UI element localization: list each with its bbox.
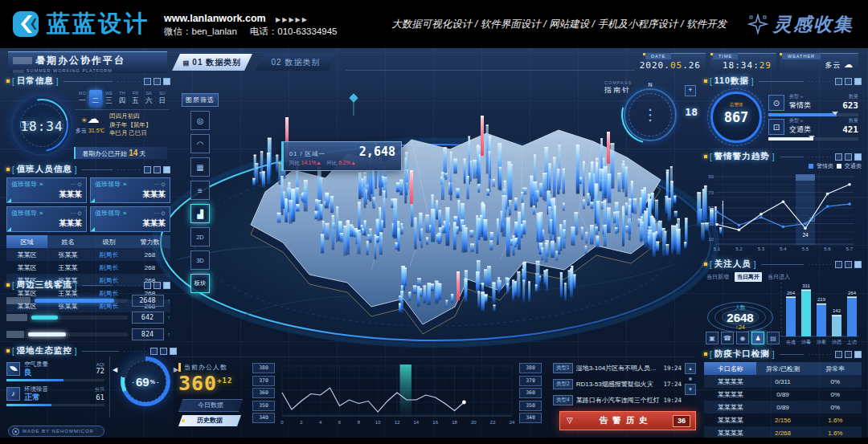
radar-tool[interactable]: ◠ <box>190 134 210 153</box>
window-icon[interactable] <box>845 351 852 358</box>
window-icon[interactable] <box>845 261 852 268</box>
block-tool[interactable]: 板块 <box>190 274 210 293</box>
total-alarm-gauge: 总警情 867 <box>710 92 762 143</box>
alert-item[interactable]: 类型4某路口有小汽车连闯三个红灯19:24 <box>553 393 682 407</box>
expand-icon[interactable] <box>854 153 862 161</box>
minimize-icon[interactable] <box>835 153 842 161</box>
minimize-icon[interactable] <box>144 166 151 173</box>
zoom-in-button[interactable]: + <box>685 85 696 96</box>
expand-icon[interactable] <box>163 282 170 289</box>
checkpoint-row[interactable]: 某某某某2/1561.6% <box>704 413 862 426</box>
minimize-icon[interactable] <box>150 348 158 355</box>
expand-icon[interactable] <box>170 348 177 355</box>
table-header[interactable]: 区域 <box>6 235 47 248</box>
svg-text:24: 24 <box>802 232 809 238</box>
lunar-line: 辛巳月 己巳日 <box>109 129 152 138</box>
alert-item[interactable]: 类型1湿地3-104片区有不明人员闯入19:24 <box>553 361 682 375</box>
today-data-button[interactable]: 今日数据 <box>178 399 243 412</box>
table-header[interactable]: 异常/已检测 <box>756 362 809 375</box>
compass-dial[interactable]: N ▴●▾ <box>624 88 677 141</box>
duty-leader-card[interactable]: 值班领导»⋯ ⊙某某某 <box>6 206 87 232</box>
meridiem-chip: PM <box>20 121 31 128</box>
table-header[interactable]: 异常率 <box>809 362 862 375</box>
alert-item[interactable]: 类型2RD13-53烟感报警疑似火灾17:24 <box>553 377 682 391</box>
table-header[interactable]: 警力数 <box>129 235 170 248</box>
table-row[interactable]: 某某区王某某副局长268 <box>6 261 170 274</box>
minimize-icon[interactable] <box>144 78 151 85</box>
panel-title: 防疫卡口检测 <box>714 348 770 360</box>
made-by-capsule: MADE BY NEHOMMICOR <box>8 426 104 437</box>
window-icon[interactable] <box>845 153 852 161</box>
table-header[interactable]: 卡口名称 <box>704 362 756 375</box>
focus-tab[interactable]: 当日新增 <box>704 272 731 282</box>
tab-data-category-1[interactable]: ▤01 数据类别 <box>172 54 252 71</box>
list-tool[interactable]: ≡ <box>190 181 210 200</box>
map-tooltip: 01 / 区域一 2,648 同比 14.1%▲ 环比 6.2%▲ <box>281 141 402 171</box>
svg-text:311: 311 <box>802 283 810 288</box>
table-header[interactable]: 姓名 <box>47 235 88 248</box>
bar-chart-tool[interactable]: ▟ <box>190 204 210 223</box>
checkpoint-row[interactable]: 某某某某2/2681.6% <box>704 426 862 438</box>
expand-icon[interactable] <box>854 261 862 268</box>
duty-leader-card[interactable]: 值班领导»⋯ ⊙某某某 <box>90 177 170 203</box>
history-data-button[interactable]: 历史数据 <box>178 415 241 426</box>
week-day[interactable]: SU日 <box>155 90 169 107</box>
table-row[interactable]: 某某区张某某副局长268 <box>6 248 170 261</box>
window-icon[interactable] <box>154 78 161 85</box>
website-link[interactable]: www.lanlanwork.com <box>164 13 266 24</box>
svg-text:5.5: 5.5 <box>802 246 809 251</box>
camera-icon[interactable]: ▣ <box>706 332 719 344</box>
expand-icon[interactable] <box>854 78 862 85</box>
alert-history-button[interactable]: ▽! 告警历史 36 <box>559 411 696 430</box>
gauge-left-arrow[interactable]: ◀ <box>113 366 117 373</box>
expand-icon[interactable] <box>163 166 170 173</box>
minimize-icon[interactable] <box>835 78 842 85</box>
mom-value: 6.2%▲ <box>338 160 355 165</box>
camera-grid-tool[interactable]: ▦ <box>190 157 210 177</box>
2d-tool[interactable]: 2D <box>190 227 210 246</box>
window-icon[interactable] <box>845 78 852 85</box>
checkpoint-row[interactable]: 某某某某0/3110% <box>704 375 862 388</box>
3d-tool[interactable]: 3D <box>190 251 210 270</box>
person-icon[interactable]: ♟ <box>751 332 764 344</box>
target-icon[interactable]: ◉ <box>736 332 749 344</box>
checkpoint-row[interactable]: 某某某某0/890% <box>704 388 862 401</box>
window-icon[interactable] <box>154 282 161 289</box>
week-day[interactable]: MO一 <box>76 90 89 107</box>
checkpoint-row[interactable]: 某某某某0/890% <box>704 401 862 413</box>
minimize-icon[interactable] <box>144 282 151 289</box>
week-day[interactable]: FR五 <box>129 90 142 107</box>
legend-item[interactable]: 警情类 <box>817 162 833 170</box>
minimize-icon[interactable] <box>835 261 842 268</box>
expand-icon[interactable] <box>163 78 170 85</box>
poi-tool[interactable]: ◎ <box>190 111 210 130</box>
panel-transit-flow: [周边三线客流] ······· 2648↑642↑824↑ <box>6 279 170 342</box>
week-day[interactable]: TU二 <box>89 90 103 107</box>
weather-box: WEATHER 多云 ☁ <box>780 53 858 73</box>
duty-leader-card[interactable]: 值班领导»⋯ ⊙某某某 <box>6 177 87 203</box>
window-icon[interactable] <box>154 166 161 173</box>
panel-checkpoint: [防疫卡口检测] ······· 卡口名称异常/已检测异常率某某某某0/3110… <box>704 348 862 429</box>
week-day[interactable]: SA六 <box>142 90 156 107</box>
tab-data-category-2[interactable]: 02 数据类别 <box>256 54 336 71</box>
week-day[interactable]: WE三 <box>102 90 116 107</box>
svg-text:219: 219 <box>817 297 826 302</box>
duty-leader-card[interactable]: 值班领导»⋯ ⊙某某某 <box>90 206 170 232</box>
focus-tab[interactable]: 当日离开 <box>735 272 762 282</box>
scroll-up-icon[interactable]: ▲ <box>685 363 696 374</box>
week-day[interactable]: TH四 <box>116 90 129 107</box>
metric-value: 正常 <box>24 393 48 401</box>
weather-icon: ☀☁ <box>76 112 104 127</box>
scroll-down-icon[interactable]: ▼ <box>685 384 696 395</box>
inspiration-collect: 灵感收集 <box>747 12 854 37</box>
zoom-level: 18 <box>685 106 698 118</box>
legend-item[interactable]: 交通类 <box>845 162 862 170</box>
svg-text:50: 50 <box>708 206 714 210</box>
svg-text:24: 24 <box>510 420 515 425</box>
panel-focus-persons: [关注人员] ······· 当日新增当日离开当日进入 人数 2648 ↑24 … <box>704 259 862 345</box>
expand-icon[interactable] <box>854 351 862 358</box>
table-header[interactable]: 级别 <box>88 235 129 248</box>
minimize-icon[interactable] <box>835 351 842 358</box>
phone-icon[interactable]: ☎ <box>721 332 734 344</box>
window-icon[interactable] <box>160 348 167 355</box>
